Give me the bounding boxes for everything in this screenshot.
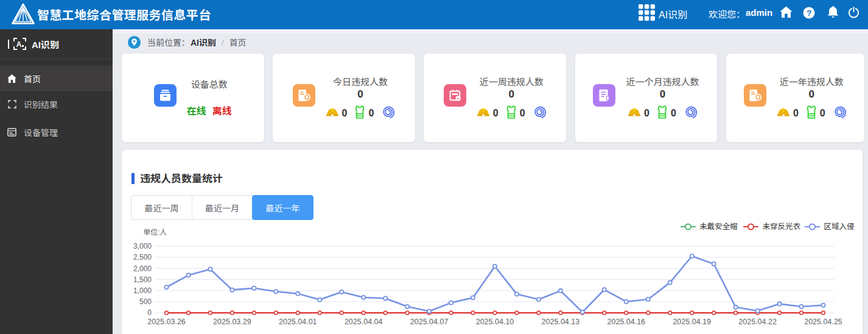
svg-text:A: A bbox=[16, 40, 22, 49]
svg-text:2,000: 2,000 bbox=[133, 265, 152, 273]
svg-text:2025.04.22: 2025.04.22 bbox=[738, 318, 777, 326]
svg-text:0: 0 bbox=[147, 308, 152, 317]
svg-text:2025.04.10: 2025.04.10 bbox=[476, 318, 514, 326]
svg-text:1,000: 1,000 bbox=[133, 286, 152, 295]
svg-text:2025.03.26: 2025.03.26 bbox=[147, 318, 186, 326]
svg-text:未戴安全帽: 未戴安全帽 bbox=[699, 222, 738, 231]
svg-text:2025.04.25: 2025.04.25 bbox=[804, 318, 842, 326]
svg-text:2025.03.29: 2025.03.29 bbox=[213, 318, 251, 326]
svg-text:?: ? bbox=[807, 8, 811, 17]
svg-text:未穿反光衣: 未穿反光衣 bbox=[763, 222, 801, 231]
svg-text:2025.04.13: 2025.04.13 bbox=[542, 318, 580, 326]
svg-text:1,500: 1,500 bbox=[133, 275, 152, 284]
svg-text:2025.04.16: 2025.04.16 bbox=[607, 318, 646, 326]
svg-text:2025.04.04: 2025.04.04 bbox=[345, 318, 383, 326]
svg-text:500: 500 bbox=[139, 297, 152, 306]
svg-text:2025.04.01: 2025.04.01 bbox=[279, 318, 317, 326]
svg-text:2025.04.07: 2025.04.07 bbox=[410, 318, 449, 326]
svg-text:区域入侵: 区域入侵 bbox=[824, 222, 855, 231]
svg-text:2,500: 2,500 bbox=[133, 253, 152, 261]
svg-text:单位:人: 单位:人 bbox=[143, 228, 167, 236]
svg-text:3,000: 3,000 bbox=[133, 242, 152, 250]
svg-text:2025.04.19: 2025.04.19 bbox=[673, 318, 711, 326]
